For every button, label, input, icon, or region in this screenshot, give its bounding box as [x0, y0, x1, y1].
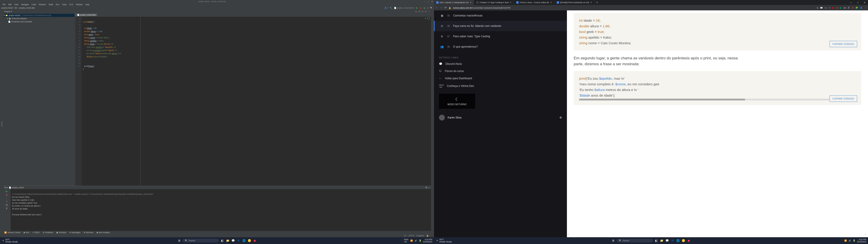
- chrome-icon[interactable]: 🟡: [681, 239, 685, 243]
- tree-external-libraries[interactable]: ▸ 📚 External Libraries: [4, 17, 74, 20]
- page-prev-icon[interactable]: ‹: [568, 233, 569, 236]
- run-config[interactable]: 📄 projeto_inicial.dart ▾: [394, 7, 414, 9]
- sidebar-item[interactable]: ⊕ 07 Para saber mais: Type Casting: [434, 31, 567, 41]
- sidebar-user[interactable]: Karen Silva ⚙: [434, 112, 567, 123]
- weather-widget[interactable]: 92°FMostly cloudy: [439, 238, 452, 243]
- maximize-icon[interactable]: □: [428, 0, 429, 3]
- run-settings-icon[interactable]: ⚙: [426, 186, 427, 189]
- status-lock-icon[interactable]: 🔒: [426, 235, 429, 237]
- edge-icon[interactable]: 🌐: [676, 239, 680, 243]
- page-next-icon[interactable]: ›: [865, 233, 866, 236]
- menu-refactor[interactable]: Refactor: [38, 3, 47, 6]
- intellij-icon[interactable]: ◼: [687, 239, 691, 243]
- horizontal-scrollbar[interactable]: [579, 99, 856, 100]
- status-encoding[interactable]: UTF-8: [409, 235, 414, 237]
- stop-icon[interactable]: ■: [427, 7, 428, 9]
- select-open-file-icon[interactable]: ⊕: [415, 10, 417, 13]
- minimize-icon[interactable]: —: [424, 0, 426, 3]
- editor-code[interactable]: void main() { int idade = 35; double alt…: [82, 17, 431, 186]
- tray-volume-icon[interactable]: 🔊: [414, 240, 417, 242]
- breadcrumb-folder[interactable]: bin: [15, 7, 17, 9]
- run-button-icon[interactable]: ▶: [416, 7, 418, 9]
- coverage-run-icon[interactable]: ▶: [424, 7, 426, 9]
- tray-battery-icon[interactable]: 🔋: [853, 240, 855, 242]
- copy-code-button[interactable]: COPIAR CÓDIGO: [830, 41, 857, 47]
- scroll-down-icon[interactable]: ↓: [6, 197, 7, 199]
- tool-messages[interactable]: ✉ Messages: [69, 231, 81, 234]
- browser-maximize-icon[interactable]: □: [855, 1, 861, 4]
- back-icon[interactable]: ←: [435, 6, 438, 9]
- task-view-icon[interactable]: ◧: [654, 239, 658, 243]
- profile-avatar-icon[interactable]: 👤: [860, 6, 863, 9]
- close-tab-icon[interactable]: ✕: [470, 1, 471, 4]
- ext-green-icon[interactable]: ◆: [839, 6, 841, 9]
- close-tab-icon[interactable]: ✕: [510, 1, 512, 4]
- explorer-icon[interactable]: 📁: [659, 239, 664, 243]
- tray-wifi-icon[interactable]: 📶: [410, 240, 413, 242]
- tool-terminal[interactable]: ▣ Terminal: [56, 231, 66, 234]
- breadcrumb-file[interactable]: projeto_inicial.dart: [19, 7, 35, 9]
- night-mode-toggle[interactable]: ☾ MODO NOTURNO: [439, 94, 475, 109]
- debug-button-icon[interactable]: 🐞: [420, 7, 422, 9]
- tool-problems[interactable]: ⊘ Problems: [43, 231, 53, 234]
- sidebar-link-discord[interactable]: 💬Discord Alura: [434, 60, 567, 68]
- explorer-icon[interactable]: 📁: [225, 239, 230, 243]
- menu-vcs[interactable]: VCS: [68, 3, 74, 6]
- menu-tools[interactable]: Tools: [61, 3, 68, 6]
- forward-icon[interactable]: →: [440, 6, 442, 9]
- ext-translate2-icon[interactable]: 文: [848, 6, 850, 9]
- start-icon[interactable]: ⊞: [611, 239, 615, 243]
- tool-services[interactable]: ⚙ Services: [84, 231, 93, 234]
- close-tab-icon[interactable]: ✕: [590, 1, 592, 4]
- tray-chevron-icon[interactable]: ˄: [401, 240, 402, 242]
- expand-all-icon[interactable]: ⇵: [418, 10, 420, 13]
- sidebar-link-forum[interactable]: 🗨Fórum do curso: [434, 68, 567, 75]
- project-tree[interactable]: ▾ 📁 projeto-inicial C:\Users\Karen Silva…: [3, 13, 75, 186]
- stop-icon[interactable]: ■: [6, 194, 7, 196]
- settings-icon[interactable]: ⚙: [425, 10, 427, 13]
- console-output[interactable]: "C:/Users/Karen Silva/OneDrive/Documento…: [11, 189, 431, 231]
- editor-tab[interactable]: 📄 projeto_inicial.dart: [75, 13, 97, 16]
- build-icon[interactable]: 🔨: [390, 7, 392, 9]
- project-tool-button[interactable]: Project: [0, 10, 3, 237]
- tree-root[interactable]: ▾ 📁 projeto-inicial C:\Users\Karen Silva…: [4, 14, 74, 17]
- edge-icon[interactable]: 🌐: [242, 239, 246, 243]
- browser-tab[interactable]: Fórum | Alura - Cursos online de✕: [514, 0, 554, 5]
- copy-code-button[interactable]: COPIAR CÓDIGO: [830, 96, 857, 102]
- menu-file[interactable]: File: [1, 3, 7, 6]
- tool-todo[interactable]: ≡ TODO: [32, 231, 39, 234]
- code-editor[interactable]: 👁 12345678910111213151617 void main() { …: [75, 17, 431, 186]
- lock-icon[interactable]: 🔒: [448, 6, 451, 9]
- tool-run[interactable]: ▶ Run: [24, 231, 29, 234]
- ext-gmail-icon[interactable]: M: [836, 6, 838, 9]
- menu-code[interactable]: Code: [30, 3, 37, 6]
- ext-adblock-icon[interactable]: ⊘: [852, 6, 854, 9]
- tray-lang[interactable]: ENGUS: [404, 238, 408, 243]
- browser-close-icon[interactable]: ✕: [861, 1, 868, 4]
- tool-version-control[interactable]: 🔀 Version Control: [4, 231, 21, 234]
- address-bar[interactable]: cursos.alura.com.br/course/dart-variavei…: [453, 6, 815, 9]
- status-lf[interactable]: LF: [404, 235, 406, 237]
- menu-build[interactable]: Build: [48, 3, 54, 6]
- menu-navigate[interactable]: Navigate: [20, 3, 30, 6]
- project-tool-label[interactable]: Project: [4, 10, 10, 13]
- mail-icon[interactable]: ✉: [237, 239, 241, 243]
- sidebar-item-active[interactable]: ⧉ 06 Faça como eu fiz: lidando com variá…: [434, 21, 567, 31]
- sidebar-link-dashboard[interactable]: ←Voltar para Dashboard: [434, 75, 567, 82]
- status-indent[interactable]: 2 spaces: [416, 235, 424, 237]
- ext-translate-icon[interactable]: G: [817, 6, 818, 9]
- taskbar-clock[interactable]: 4:10 PM5/10/2023: [423, 238, 432, 243]
- tree-scratches[interactable]: 📄 Scratches and Consoles: [4, 20, 74, 23]
- ext-cast-icon[interactable]: ▭: [825, 6, 827, 9]
- ext-ad-icon[interactable]: Ad: [843, 6, 846, 9]
- ext-extensions-icon[interactable]: 🧩: [855, 6, 858, 9]
- menu-edit[interactable]: Edit: [7, 3, 13, 6]
- ext-read-icon[interactable]: 📖: [820, 6, 823, 9]
- taskbar-search[interactable]: 🔍 Search: [617, 239, 653, 242]
- menu-help[interactable]: Help: [84, 3, 90, 6]
- browser-tab[interactable]: Chapter 3 | Type Casting in Dart✕: [474, 0, 514, 5]
- browser-minimize-icon[interactable]: —: [848, 1, 855, 4]
- run-config-name[interactable]: projeto_inicial: [12, 186, 24, 189]
- run-hide-icon[interactable]: —: [428, 186, 430, 189]
- close-icon[interactable]: ✕: [431, 0, 433, 3]
